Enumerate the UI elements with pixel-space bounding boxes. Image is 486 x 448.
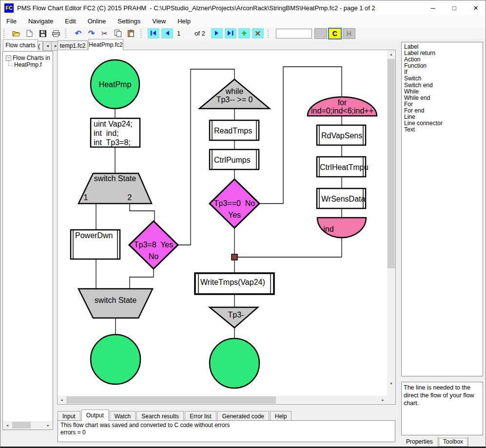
scroll-down-icon[interactable]: ▼	[387, 379, 395, 388]
tree-h-scrollbar[interactable]: ◄ ►	[3, 421, 52, 429]
rdvapsens-function[interactable]: RdVapSens	[317, 125, 366, 145]
toolbox-item-text[interactable]: Text	[404, 127, 483, 133]
flow-charts-tab[interactable]: Flow charts	[3, 39, 38, 51]
flowchart-canvas[interactable]: HeatPmp uint Vap24; int ind; int Tp3=8; …	[58, 50, 387, 396]
switch-end-label: switch State	[95, 296, 136, 304]
toolbox-item-function[interactable]: Function	[404, 63, 483, 69]
toolbox-item-while-end[interactable]: While end	[404, 95, 483, 101]
first-page-button[interactable]	[148, 28, 159, 38]
menu-help[interactable]: Help	[172, 16, 196, 27]
ctrlheat-label: CtrlHeatTmpu	[320, 163, 369, 171]
end-terminator-left[interactable]	[91, 335, 140, 384]
scroll-up-icon[interactable]: ▲	[387, 50, 395, 58]
menu-navigate[interactable]: Navigate	[22, 16, 59, 27]
print-button[interactable]	[50, 28, 62, 38]
paste-icon	[128, 30, 134, 37]
blank-toggle-button[interactable]	[314, 28, 327, 39]
menu-file[interactable]: File	[0, 16, 22, 27]
menu-settings[interactable]: Settings	[112, 16, 146, 27]
toolbox-item-for[interactable]: For	[404, 101, 483, 108]
tab-search-results[interactable]: Search results	[136, 411, 184, 421]
tab-heatpmp[interactable]: HeatPmp.fc2	[88, 39, 123, 50]
next-page-icon	[214, 29, 220, 38]
ctrlheat-function[interactable]: CtrlHeatTmpu	[317, 157, 369, 177]
h-scroll-thumb[interactable]	[66, 396, 276, 404]
tab-properties[interactable]: Properties	[401, 437, 438, 448]
case2-label: 2	[128, 193, 132, 202]
minimize-button[interactable]: ─	[422, 1, 444, 15]
undo-button[interactable]: ↶	[72, 28, 84, 38]
tree-item-heatpmp[interactable]: HeatPmp.f	[8, 61, 53, 68]
ctrlpumps-function[interactable]: CtrlPumps	[210, 149, 259, 169]
line-connector[interactable]	[232, 254, 237, 260]
add-page-button[interactable]: +	[238, 28, 250, 38]
last-page-button[interactable]	[225, 28, 236, 38]
title-bar: FC PMS Flow Chart Editor FC2 (C) 2015 PR…	[0, 0, 486, 15]
paste-button[interactable]	[125, 28, 137, 38]
writetmps-function[interactable]: WriteTmps(Vap24)	[195, 273, 274, 294]
floppy-disk-icon	[39, 30, 46, 37]
scroll-left-icon[interactable]: ◄	[58, 396, 66, 404]
toolbox-item-line-connector[interactable]: Line connector	[404, 120, 483, 127]
tab-error-list[interactable]: Error list	[185, 411, 216, 421]
last-page-icon	[227, 29, 234, 38]
for-line2: ind=0;ind<6;ind++	[311, 107, 373, 115]
ctrlpumps-label: CtrlPumps	[214, 156, 251, 164]
tab-help[interactable]: Help	[270, 411, 292, 421]
for-end-label: ind	[323, 225, 333, 233]
wrsensdata-function[interactable]: WrSensData	[317, 188, 366, 208]
scroll-right-icon[interactable]: ►	[379, 396, 387, 404]
menu-edit[interactable]: Edit	[59, 16, 81, 27]
output-line1: This flow chart was saved and converted …	[60, 422, 392, 429]
readtmps-function[interactable]: ReadTmps	[210, 120, 259, 140]
toolbox-item-switch[interactable]: Switch	[404, 75, 483, 82]
clipped-tab[interactable]: (	[38, 41, 43, 51]
copy-icon	[115, 30, 121, 37]
toolbox-item-for-end[interactable]: For end	[404, 108, 483, 114]
previous-page-button[interactable]	[161, 28, 173, 38]
c-code-button[interactable]: C	[328, 28, 342, 39]
tab-output[interactable]: Output	[81, 410, 109, 421]
toolbox-item-while[interactable]: While	[404, 89, 483, 95]
toolbar: ↶ ↷ ✂ 1 of 2 + ✕ C H	[0, 27, 486, 39]
output-line2: errors = 0	[60, 429, 392, 436]
maximize-button[interactable]: □	[444, 1, 465, 15]
save-button[interactable]	[37, 28, 49, 38]
toolbox-item-switch-end[interactable]: Switch end	[404, 82, 483, 89]
writetmps-label: WriteTmps(Vap24)	[200, 278, 265, 286]
next-page-button[interactable]	[211, 28, 223, 38]
menu-view[interactable]: View	[146, 16, 172, 27]
redo-button[interactable]: ↷	[85, 28, 97, 38]
powerdwn-function[interactable]: PowerDwn	[71, 230, 120, 259]
page-count-label: of 2	[194, 30, 205, 37]
panel-tabs: Properties Toolbox	[401, 437, 468, 448]
end-terminator-middle[interactable]	[210, 338, 259, 388]
copy-button[interactable]	[112, 28, 124, 38]
delete-page-button[interactable]: ✕	[252, 28, 264, 38]
scroll-thumb[interactable]	[12, 422, 31, 429]
canvas-h-scrollbar[interactable]: ◄ ►	[58, 396, 387, 404]
cut-button[interactable]: ✂	[98, 28, 111, 38]
toolbar-text-field[interactable]	[276, 29, 312, 38]
console-tabs: Input Output Watch Search results Error …	[58, 410, 292, 421]
tree-child-label: HeatPmp.f	[14, 61, 42, 68]
menu-online[interactable]: Online	[82, 16, 112, 27]
v-scroll-thumb[interactable]	[388, 59, 395, 268]
app-logo-icon: FC	[4, 3, 14, 13]
close-button[interactable]: ✕	[465, 1, 486, 15]
scroll-right-icon[interactable]: ►	[44, 421, 52, 429]
if1-label: Tp3=8 Yes	[134, 241, 174, 249]
tab-input[interactable]: Input	[58, 411, 80, 421]
tab-watch[interactable]: Watch	[110, 411, 136, 421]
page-number-field[interactable]: 1	[174, 29, 194, 38]
tab-generated-code[interactable]: Generated code	[217, 411, 269, 421]
if1-no-label: No	[149, 252, 159, 261]
tab-temp1[interactable]: temp1.fc2	[58, 40, 88, 50]
canvas-v-scrollbar[interactable]: ▲ ▼	[387, 50, 395, 396]
tab-toolbox[interactable]: Toolbox	[438, 437, 468, 448]
open-button[interactable]	[10, 28, 22, 38]
case1-label: 1	[84, 193, 88, 202]
scroll-left-icon[interactable]: ◄	[3, 421, 11, 429]
new-button[interactable]	[23, 28, 36, 38]
h-code-button[interactable]: H	[343, 28, 355, 39]
